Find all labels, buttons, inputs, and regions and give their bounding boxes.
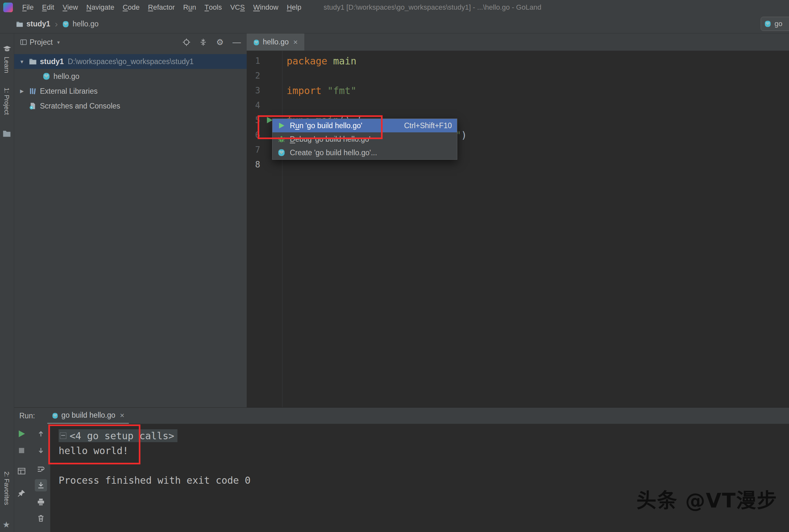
- goland-window: File Edit View Navigate Code Refactor Ru…: [0, 0, 789, 532]
- scratches-icon: [29, 102, 37, 110]
- annotation-rect-run-menu: [258, 115, 383, 139]
- tree-file-label: hello.go: [54, 72, 79, 81]
- tree-item-hello-go[interactable]: hello.go: [14, 69, 247, 84]
- tree-root-name: study1: [40, 57, 64, 66]
- tree-item-external-libraries[interactable]: ▶ External Libraries: [14, 84, 247, 98]
- scroll-to-end-button[interactable]: [35, 479, 47, 491]
- rerun-button[interactable]: [17, 429, 26, 439]
- code-line[interactable]: 4: [247, 98, 789, 113]
- code-line[interactable]: 1package main: [247, 54, 789, 68]
- menu-window[interactable]: Window: [249, 0, 283, 15]
- console-line: <4 go setup calls>: [59, 428, 789, 443]
- tree-root-path: D:\workspaces\go_workspaces\study1: [68, 57, 194, 66]
- folder-icon: [29, 58, 37, 65]
- line-number: 4: [247, 100, 260, 110]
- project-panel-title[interactable]: Project: [30, 38, 53, 47]
- project-panel-header: Project ▾ ⚙ —: [14, 34, 247, 51]
- up-stack-trace-button[interactable]: [36, 429, 46, 439]
- window-title: study1 [D:\workspaces\go_workspaces\stud…: [324, 3, 541, 12]
- close-icon[interactable]: ×: [293, 38, 298, 47]
- go-file-icon: [62, 21, 69, 28]
- project-stripe-icon[interactable]: [3, 130, 12, 138]
- console-line: hello world!: [59, 443, 789, 458]
- pin-tab-button[interactable]: [17, 489, 26, 498]
- menu-code[interactable]: Code: [118, 0, 144, 15]
- watermark: 头条 @VT漫步: [636, 484, 777, 513]
- line-number: 3: [247, 86, 260, 95]
- menu-refactor[interactable]: Refactor: [144, 0, 179, 15]
- menu-item-create-config[interactable]: Create 'go build hello.go'...: [272, 146, 457, 159]
- tree-external-label: External Libraries: [40, 87, 98, 96]
- editor-area: hello.go × 1package main23import "fmt"45…: [247, 34, 789, 407]
- run-configuration-text: go: [774, 20, 782, 28]
- editor-body[interactable]: 1package main23import "fmt"45func main()…: [247, 51, 789, 407]
- learn-icon[interactable]: [3, 44, 12, 54]
- run-tab-label: go build hello.go: [61, 411, 116, 420]
- close-icon[interactable]: ×: [120, 411, 124, 420]
- run-tab-go-build[interactable]: go build hello.go ×: [47, 408, 129, 424]
- clear-all-button[interactable]: [36, 513, 46, 523]
- menu-run[interactable]: Run: [179, 0, 200, 15]
- gear-icon[interactable]: ⚙: [216, 38, 224, 46]
- code-text: package main: [287, 55, 357, 66]
- down-stack-trace-button[interactable]: [36, 446, 46, 455]
- stop-button[interactable]: [17, 446, 26, 455]
- editor-tab-hello-go[interactable]: hello.go ×: [247, 34, 304, 51]
- project-tree: ▼ study1D:\workspaces\go_workspaces\stud…: [14, 51, 247, 113]
- go-config-icon: [277, 149, 285, 156]
- menu-navigate[interactable]: Navigate: [82, 0, 118, 15]
- console-output: <4 go setup calls>hello world!Process fi…: [59, 428, 789, 488]
- expand-arrow-icon[interactable]: ▼: [18, 59, 26, 64]
- soft-wrap-button[interactable]: [36, 464, 46, 474]
- console-line: [59, 458, 789, 473]
- print-button[interactable]: [36, 497, 46, 507]
- menu-file[interactable]: File: [18, 0, 38, 15]
- collapse-arrow-icon[interactable]: ▶: [18, 88, 26, 94]
- run-toolbar: [14, 424, 50, 532]
- code-text: import "fmt": [287, 85, 357, 96]
- hide-panel-icon[interactable]: —: [232, 38, 241, 46]
- breadcrumb-file[interactable]: hello.go: [73, 20, 99, 28]
- menu-item-create-label: Create 'go build hello.go'...: [290, 149, 377, 157]
- breadcrumb-project[interactable]: study1: [26, 20, 50, 28]
- run-panel-label: Run:: [19, 412, 35, 420]
- code-line[interactable]: 3import "fmt": [247, 83, 789, 98]
- run-panel-header: Run: go build hello.go ×: [14, 408, 789, 424]
- stripe-learn[interactable]: Learn: [3, 57, 10, 73]
- project-tool-window: Project ▾ ⚙ — ▼ study1D:\workspaces\go_w…: [14, 34, 247, 407]
- restore-layout-button[interactable]: [17, 466, 26, 476]
- project-panel-icon: [20, 39, 27, 46]
- line-number: 2: [247, 71, 260, 80]
- stripe-favorites[interactable]: 2: Favorites: [3, 472, 10, 505]
- locate-file-icon[interactable]: [182, 38, 191, 46]
- annotation-rect-output: [48, 424, 140, 464]
- breadcrumb: study1 › hello.go: [0, 15, 789, 34]
- console-text: Process finished with exit code 0: [59, 475, 251, 486]
- tree-item-root[interactable]: ▼ study1D:\workspaces\go_workspaces\stud…: [14, 54, 247, 69]
- editor-tab-bar: hello.go ×: [247, 34, 789, 51]
- run-console[interactable]: <4 go setup calls>hello world!Process fi…: [50, 424, 789, 532]
- menu-view[interactable]: View: [58, 0, 82, 15]
- folder-icon: [16, 21, 23, 28]
- tree-item-scratches[interactable]: Scratches and Consoles: [14, 98, 247, 113]
- menu-tools[interactable]: Tools: [200, 0, 226, 15]
- line-number: 1: [247, 56, 260, 66]
- menu-edit[interactable]: Edit: [38, 0, 58, 15]
- collapse-all-icon[interactable]: [199, 38, 207, 46]
- run-configuration-selector[interactable]: go: [761, 17, 789, 31]
- line-number: 8: [247, 160, 260, 169]
- libraries-icon: [29, 87, 37, 95]
- stripe-project[interactable]: 1: Project: [3, 88, 10, 115]
- breadcrumb-separator: ›: [55, 19, 58, 29]
- go-file-icon: [42, 73, 50, 80]
- go-config-icon: [764, 20, 771, 27]
- left-tool-stripe: Learn 1: Project 2: Favorites ★: [0, 34, 14, 532]
- menu-help[interactable]: Help: [283, 0, 305, 15]
- menu-item-run-shortcut: Ctrl+Shift+F10: [404, 121, 452, 130]
- editor-tab-label: hello.go: [263, 38, 289, 46]
- code-line[interactable]: 2: [247, 68, 789, 83]
- favorites-star-icon[interactable]: ★: [3, 520, 12, 529]
- go-file-icon: [253, 39, 259, 45]
- menu-vcs[interactable]: VCS: [226, 0, 249, 15]
- chevron-down-icon[interactable]: ▾: [57, 39, 60, 45]
